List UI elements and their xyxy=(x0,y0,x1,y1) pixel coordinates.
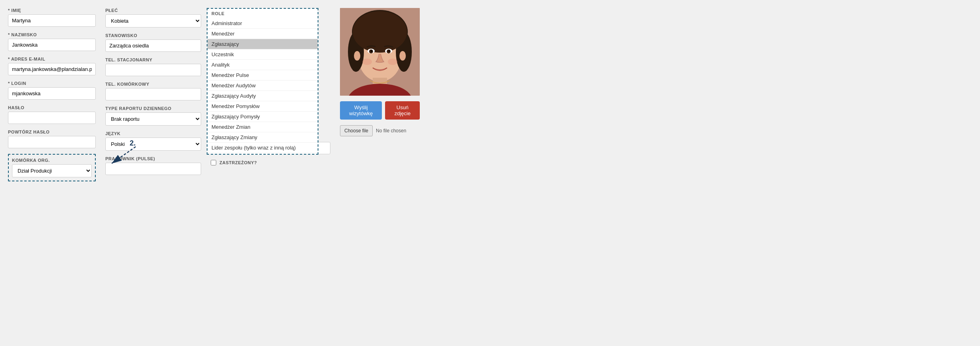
tel-komorkowy-label: TEL. KOMÓRKOWY xyxy=(105,82,201,86)
tel-stacjonarny-group: TEL. STACJONARNY xyxy=(105,57,201,76)
svg-point-14 xyxy=(388,50,390,52)
role-list-item[interactable]: Administrator xyxy=(207,18,318,29)
nazwisko-label: * NAZWISKO xyxy=(8,32,96,37)
stanowisko-group: STANOWISKO xyxy=(105,33,201,52)
file-chooser: Choose file No file chosen xyxy=(340,125,420,136)
imie-group: * IMIĘ xyxy=(8,8,96,27)
tel-komorkowy-input[interactable] xyxy=(105,88,201,100)
plec-group: PŁEĆ Kobieta Mężczyzna xyxy=(105,8,201,28)
zastrzezony-label: ZASTRZEŻONY? xyxy=(219,160,257,165)
zastrzezony-group: ZASTRZEŻONY? xyxy=(211,160,330,165)
choose-file-button[interactable]: Choose file xyxy=(340,125,373,136)
photo-svg xyxy=(340,8,420,96)
typ-raportu-select[interactable]: Brak raportu Raport dzienny Raport tygod… xyxy=(105,112,201,126)
photo-buttons: Wyślij wizytówkę Usuń zdjęcie xyxy=(340,101,420,120)
role-list-item[interactable]: Uczestnik xyxy=(207,49,318,60)
jezyk-group: JĘZYK Polski English Deutsch xyxy=(105,131,201,151)
zastrzezony-checkbox[interactable] xyxy=(211,160,216,165)
komorka-label: KOMÓRKA ORG. xyxy=(12,158,92,163)
role-list-item[interactable]: Zgłaszający Zmiany xyxy=(207,132,318,143)
haslo-label: HASŁO xyxy=(8,105,96,110)
role-list-item[interactable]: Menedżer xyxy=(207,29,318,39)
nazwisko-input[interactable] xyxy=(8,39,96,51)
email-group: * ADRES E-MAIL xyxy=(8,57,96,75)
svg-point-15 xyxy=(362,59,372,65)
pracownik-label: PRACOWNIK (PULSE) xyxy=(105,156,201,161)
role-list-item[interactable]: Zgłaszający xyxy=(207,39,318,49)
haslo-input[interactable] xyxy=(8,112,96,124)
login-label: * LOGIN xyxy=(8,81,96,86)
email-label: * ADRES E-MAIL xyxy=(8,57,96,61)
jezyk-select[interactable]: Polski English Deutsch xyxy=(105,138,201,151)
pracownik-input[interactable] xyxy=(105,163,201,175)
plec-label: PŁEĆ xyxy=(105,8,201,13)
stanowisko-label: STANOWISKO xyxy=(105,33,201,38)
imie-input[interactable] xyxy=(8,14,96,27)
photo-section: Wyślij wizytówkę Usuń zdjęcie Choose fil… xyxy=(340,8,420,181)
haslo-group: HASŁO xyxy=(8,105,96,124)
role-list-item[interactable]: Menedżer Pulse xyxy=(207,70,318,81)
login-group: * LOGIN xyxy=(8,81,96,100)
login-input[interactable] xyxy=(8,87,96,100)
svg-point-16 xyxy=(388,59,397,65)
powtorz-label: POWTÓRZ HASŁO xyxy=(8,130,96,134)
powtorz-input[interactable] xyxy=(8,136,96,148)
pracownik-group: PRACOWNIK (PULSE) xyxy=(105,156,201,175)
role-header: ROLE xyxy=(207,9,318,18)
email-input[interactable] xyxy=(8,63,96,75)
role-list-item[interactable]: Menedżer Pomysłów xyxy=(207,101,318,112)
role-list-item[interactable]: Brak uprawnień xyxy=(207,153,318,154)
role-list: AdministratorMenedżerZgłaszającyUczestni… xyxy=(207,18,318,154)
typ-raportu-label: TYPE RAPORTU DZIENNEGO xyxy=(105,106,201,111)
tel-stacjonarny-label: TEL. STACJONARNY xyxy=(105,57,201,62)
tel-komorkowy-group: TEL. KOMÓRKOWY xyxy=(105,82,201,100)
user-photo xyxy=(340,8,420,96)
svg-point-6 xyxy=(353,11,407,53)
stanowisko-input[interactable] xyxy=(105,39,201,52)
svg-point-18 xyxy=(399,51,406,61)
komorka-select[interactable]: Dział Produkcji xyxy=(12,164,92,177)
plec-select[interactable]: Kobieta Mężczyzna xyxy=(105,14,201,28)
typ-raportu-group: TYPE RAPORTU DZIENNEGO Brak raportu Rapo… xyxy=(105,106,201,126)
usun-zdjecie-button[interactable]: Usuń zdjęcie xyxy=(385,101,420,120)
komorka-dashed-box: KOMÓRKA ORG. Dział Produkcji xyxy=(8,154,96,181)
role-list-item[interactable]: Zgłaszający Pomysły xyxy=(207,112,318,122)
role-list-item[interactable]: Menedżer Audytów xyxy=(207,81,318,91)
jezyk-label: JĘZYK xyxy=(105,131,201,136)
tel-stacjonarny-input[interactable] xyxy=(105,64,201,76)
no-file-label: No file chosen xyxy=(376,128,406,134)
komorka-group: KOMÓRKA ORG. Dział Produkcji xyxy=(12,158,92,177)
svg-point-13 xyxy=(371,50,372,52)
role-list-item[interactable]: Lider zespołu (tylko wraz z inną rolą) xyxy=(207,143,318,153)
role-list-item[interactable]: Zgłaszający Audyty xyxy=(207,91,318,101)
role-list-item[interactable]: Analityk xyxy=(207,60,318,70)
imie-label: * IMIĘ xyxy=(8,8,96,13)
svg-point-17 xyxy=(354,51,360,61)
nazwisko-group: * NAZWISKO xyxy=(8,32,96,51)
role-list-item[interactable]: Menedżer Zmian xyxy=(207,122,318,132)
wyslij-wizytowke-button[interactable]: Wyślij wizytówkę xyxy=(340,101,382,120)
role-container: ROLE AdministratorMenedżerZgłaszającyUcz… xyxy=(207,8,318,155)
powtorz-group: POWTÓRZ HASŁO xyxy=(8,130,96,148)
